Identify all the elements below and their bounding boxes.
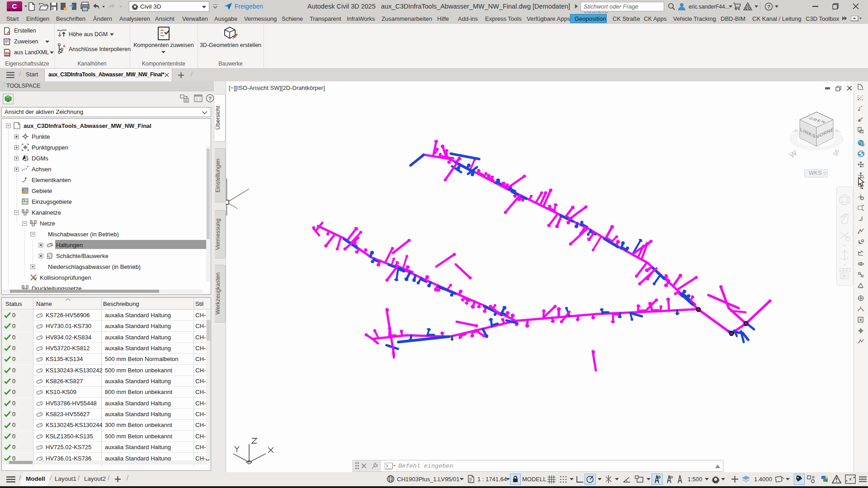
svg-text:XML: XML <box>4 53 10 56</box>
svg-text:C: C <box>12 2 17 10</box>
svg-text:?: ? <box>767 4 770 9</box>
svg-text:?: ? <box>208 96 212 101</box>
svg-text:#: # <box>862 165 864 168</box>
svg-text:S: S <box>832 148 841 158</box>
svg-text:W: W <box>788 148 799 160</box>
